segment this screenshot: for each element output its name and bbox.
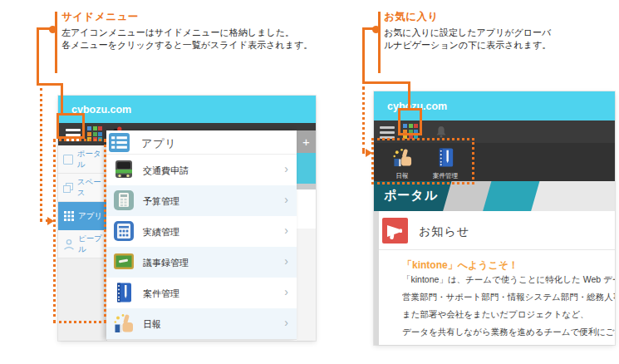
grid-cell bbox=[98, 126, 102, 130]
panel-title: アプリ bbox=[141, 136, 177, 151]
welcome-text-line: 「kintone」は、チームで使うことに特化した Web データベー bbox=[402, 271, 615, 288]
chevron-right-icon: › bbox=[284, 224, 288, 237]
page: サイドメニュー 左アイコンメニューはサイドメニューに格納しました。 各メニューを… bbox=[0, 0, 619, 364]
app-row-deals[interactable]: 案件管理 › bbox=[106, 278, 297, 308]
app-label: 案件管理 bbox=[143, 288, 179, 300]
grid-cell bbox=[98, 132, 102, 136]
annotation-bar bbox=[378, 12, 381, 73]
app-row-budget[interactable]: 予算管理 › bbox=[106, 185, 297, 216]
app-label: 実績管理 bbox=[143, 226, 179, 239]
chalkboard-icon bbox=[113, 251, 135, 273]
connector-line bbox=[61, 83, 63, 113]
annotation-title: サイドメニュー bbox=[61, 10, 312, 24]
connector-line bbox=[37, 27, 39, 86]
annotation-text-line: ルナビゲーションの下に表示されます。 bbox=[384, 39, 551, 52]
highlight-box-hamburger bbox=[56, 113, 85, 139]
annotation-text-line: お気に入りに設定したアプリがグローバ bbox=[384, 27, 551, 39]
megaphone-icon bbox=[382, 218, 408, 243]
connector-line bbox=[408, 81, 410, 110]
train-icon bbox=[113, 159, 135, 180]
content-gutter bbox=[374, 211, 379, 345]
app-label: 日報 bbox=[143, 318, 161, 331]
app-label: 予算管理 bbox=[143, 195, 179, 208]
connector-line bbox=[362, 81, 410, 84]
highlight-box-favorites bbox=[371, 138, 474, 184]
background-banner bbox=[297, 153, 316, 184]
app-row-results[interactable]: 実績管理 › bbox=[106, 216, 297, 247]
background-area bbox=[297, 229, 316, 341]
welcome-body: 「kintone」は、チームで使うことに特化した Web データベー 営業部門・… bbox=[402, 271, 615, 345]
grid-cell bbox=[87, 126, 91, 130]
connector-line bbox=[362, 27, 365, 84]
chevron-right-icon: › bbox=[284, 254, 288, 268]
notebook-icon bbox=[113, 282, 135, 303]
annotation-side-menu: サイドメニュー 左アイコンメニューはサイドメニューに格納しました。 各メニューを… bbox=[61, 10, 312, 51]
annotation-text-line: 各メニューをクリックすると一覧がスライド表示されます。 bbox=[61, 39, 312, 52]
app-panel-header: アプリ bbox=[106, 130, 297, 155]
chevron-right-icon: › bbox=[284, 162, 288, 175]
connector-line bbox=[362, 27, 381, 30]
app-row-minutes[interactable]: 議事録管理 › bbox=[106, 247, 297, 278]
welcome-text-line: データを共有しながら業務を進めるチームで便利にご利用いただ bbox=[402, 323, 615, 341]
chevron-right-icon: › bbox=[284, 316, 288, 329]
background-strip bbox=[297, 184, 316, 189]
app-row-daily-report[interactable]: 日報 › bbox=[106, 308, 297, 339]
highlight-box-app-grid bbox=[398, 108, 422, 135]
banner-shape bbox=[529, 181, 615, 211]
notice-title: お知らせ bbox=[419, 224, 469, 239]
annotation-title: お気に入り bbox=[384, 10, 551, 24]
app-row-expense[interactable]: 交通費申請 › bbox=[106, 155, 297, 185]
portal-banner: ポータル bbox=[374, 181, 615, 211]
annotation-favorites: お気に入り お気に入りに設定したアプリがグローバ ルナビゲーションの下に表示され… bbox=[384, 10, 551, 51]
app-list-icon bbox=[109, 133, 130, 155]
chevron-right-icon: › bbox=[284, 193, 288, 206]
background-card bbox=[297, 189, 316, 229]
welcome-text-line: また部署や会社をまたいだプロジェクトなど、 bbox=[402, 306, 615, 323]
welcome-text-line: 営業部門・サポート部門・情報システム部門・総務人事部門、 bbox=[402, 288, 615, 306]
grid-cell bbox=[93, 126, 97, 130]
thumbs-up-icon bbox=[113, 312, 135, 334]
add-app-button[interactable]: + bbox=[297, 130, 316, 153]
chevron-right-icon: › bbox=[284, 285, 288, 298]
connector-line bbox=[37, 27, 56, 30]
annotation-text-line: 左アイコンメニューはサイドメニューに格納しました。 bbox=[61, 27, 312, 39]
divider bbox=[379, 249, 615, 250]
plus-icon: + bbox=[302, 135, 310, 149]
app-list-panel: アプリ 交通費申請 › bbox=[106, 130, 297, 340]
app-label: 議事録管理 bbox=[143, 257, 189, 269]
dotted-connector-line bbox=[362, 86, 365, 151]
app-header: cybozu.com bbox=[58, 96, 316, 123]
connector-line bbox=[37, 83, 63, 86]
calculator-icon bbox=[113, 189, 135, 211]
portal-title: ポータル bbox=[384, 188, 438, 204]
dotted-connector-line bbox=[40, 88, 42, 221]
highlight-box-sidebar bbox=[53, 139, 106, 323]
grid-cell bbox=[93, 132, 97, 136]
grid-cell bbox=[87, 132, 91, 136]
app-label: 交通費申請 bbox=[143, 165, 189, 177]
abacus-icon bbox=[113, 220, 135, 242]
annotation-bar bbox=[55, 12, 57, 73]
